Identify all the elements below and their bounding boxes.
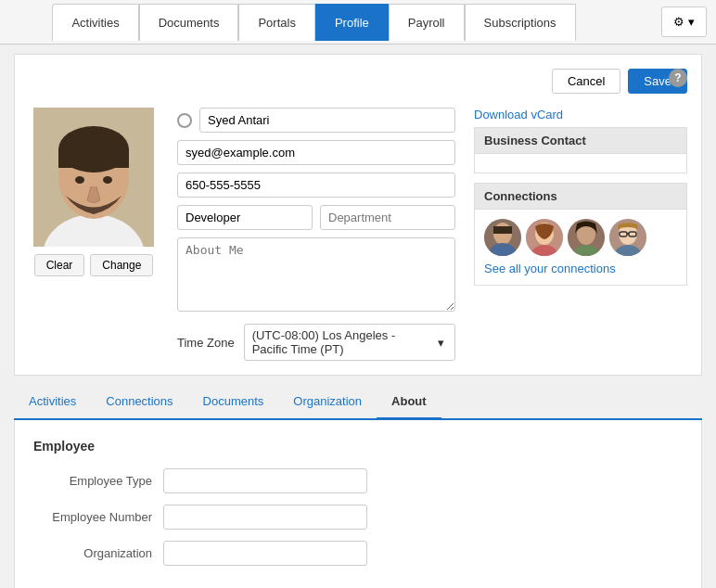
download-vcard-link[interactable]: Download vCard: [474, 108, 687, 121]
business-contact-box: Business Contact: [474, 127, 687, 173]
tab-subscriptions[interactable]: Subscriptions: [465, 4, 576, 41]
tab-activities[interactable]: Activities: [52, 4, 138, 41]
tab-portals[interactable]: Portals: [238, 4, 314, 41]
svg-rect-10: [493, 226, 512, 234]
organization-row: Organization: [33, 541, 683, 566]
help-icon[interactable]: ?: [669, 69, 687, 87]
phone-input[interactable]: [177, 173, 455, 198]
svg-rect-7: [58, 163, 129, 168]
employee-type-row: Employee Type: [33, 468, 683, 493]
avatar-buttons: Clear Change: [34, 254, 154, 276]
business-contact-body: [475, 154, 686, 173]
connections-box: Connections: [474, 183, 687, 286]
organization-label: Organization: [33, 546, 163, 560]
connection-avatar-1[interactable]: [484, 219, 521, 256]
name-input[interactable]: [199, 108, 455, 133]
bottom-tabs-bar: Activities Connections Documents Organiz…: [14, 385, 702, 420]
connection-avatar-3[interactable]: [568, 219, 605, 256]
email-row: [177, 140, 455, 165]
bottom-content: Employee Employee Type Employee Number O…: [14, 420, 702, 588]
bottom-tab-connections[interactable]: Connections: [91, 385, 187, 420]
connection-avatar-2[interactable]: [526, 219, 563, 256]
connections-avatars: [484, 219, 677, 256]
bottom-tab-organization[interactable]: Organization: [278, 385, 377, 420]
top-actions: Cancel Save: [29, 69, 687, 94]
connection-avatar-4[interactable]: [609, 219, 646, 256]
tab-documents[interactable]: Documents: [139, 4, 239, 41]
employee-type-label: Employee Type: [33, 474, 163, 488]
dropdown-arrow-icon: ▾: [434, 336, 447, 349]
tab-payroll[interactable]: Payroll: [389, 4, 465, 41]
form-section: Time Zone (UTC-08:00) Los Angeles - Paci…: [177, 108, 455, 361]
connections-body: See all your connections: [475, 210, 686, 285]
timezone-value: (UTC-08:00) Los Angeles - Pacific Time (…: [252, 328, 428, 356]
nav-tabs: Activities Documents Portals Profile Pay…: [52, 4, 575, 41]
main-content: ? Cancel Save: [0, 45, 716, 588]
timezone-label: Time Zone: [177, 336, 235, 350]
cancel-button[interactable]: Cancel: [552, 69, 620, 94]
business-contact-header: Business Contact: [475, 128, 686, 154]
employee-number-input[interactable]: [163, 505, 367, 530]
avatar-image: [33, 108, 154, 247]
svg-point-5: [75, 176, 84, 184]
name-row: [177, 108, 455, 133]
organization-input[interactable]: [163, 541, 367, 566]
svg-point-6: [103, 176, 112, 184]
title-dept-row: [177, 205, 455, 230]
tab-profile[interactable]: Profile: [315, 4, 389, 41]
bottom-tab-activities[interactable]: Activities: [14, 385, 91, 420]
avatar-section: Clear Change: [29, 108, 159, 361]
sidebar-section: Download vCard Business Contact Connecti…: [474, 108, 687, 361]
employee-number-label: Employee Number: [33, 510, 163, 524]
profile-edit-area: ? Cancel Save: [14, 54, 702, 376]
gear-button[interactable]: ⚙ ▾: [661, 6, 707, 37]
timezone-row: Time Zone (UTC-08:00) Los Angeles - Paci…: [177, 324, 455, 361]
top-navigation: Activities Documents Portals Profile Pay…: [0, 0, 716, 45]
department-input[interactable]: [320, 205, 455, 230]
bottom-tab-documents[interactable]: Documents: [188, 385, 279, 420]
clear-avatar-button[interactable]: Clear: [34, 254, 85, 276]
radio-icon: [177, 113, 192, 128]
about-row: [177, 237, 455, 314]
timezone-select[interactable]: (UTC-08:00) Los Angeles - Pacific Time (…: [244, 324, 455, 361]
title-input[interactable]: [177, 205, 313, 230]
email-input[interactable]: [177, 140, 455, 165]
profile-body: Clear Change: [29, 108, 687, 361]
about-textarea[interactable]: [177, 237, 455, 312]
employee-type-input[interactable]: [163, 468, 367, 493]
connections-header: Connections: [475, 184, 686, 210]
employee-number-row: Employee Number: [33, 505, 683, 530]
see-all-connections-link[interactable]: See all your connections: [484, 262, 616, 275]
change-avatar-button[interactable]: Change: [90, 254, 153, 276]
bottom-tab-about[interactable]: About: [377, 385, 441, 420]
employee-section-title: Employee: [33, 439, 683, 454]
phone-row: [177, 173, 455, 198]
